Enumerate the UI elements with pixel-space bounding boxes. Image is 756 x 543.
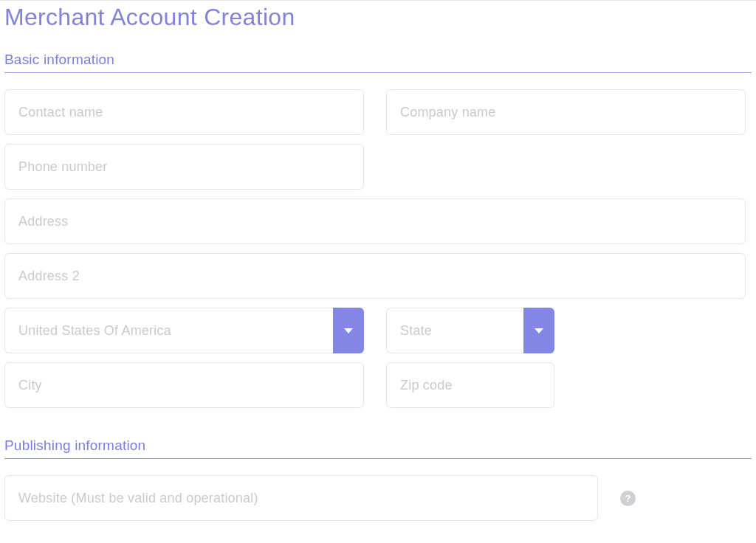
address-input[interactable] xyxy=(4,198,746,244)
help-icon[interactable]: ? xyxy=(620,491,636,506)
phone-input[interactable] xyxy=(4,144,364,190)
section-publishing-title: Publishing information xyxy=(4,437,752,459)
state-select[interactable]: State xyxy=(386,308,554,353)
state-select-caret[interactable] xyxy=(523,308,554,353)
city-input[interactable] xyxy=(4,362,364,408)
state-select-value[interactable]: State xyxy=(386,308,523,353)
zip-input[interactable] xyxy=(386,362,554,408)
company-name-input[interactable] xyxy=(386,89,746,135)
address2-input[interactable] xyxy=(4,253,746,299)
country-select[interactable]: United States Of America xyxy=(4,308,364,353)
contact-name-input[interactable] xyxy=(4,89,364,135)
section-basic-title: Basic information xyxy=(4,52,752,73)
chevron-down-icon xyxy=(535,328,543,333)
chevron-down-icon xyxy=(344,328,353,333)
country-select-caret[interactable] xyxy=(333,308,364,353)
page-title: Merchant Account Creation xyxy=(4,4,752,31)
country-select-value[interactable]: United States Of America xyxy=(4,308,333,353)
website-input[interactable] xyxy=(4,475,598,521)
